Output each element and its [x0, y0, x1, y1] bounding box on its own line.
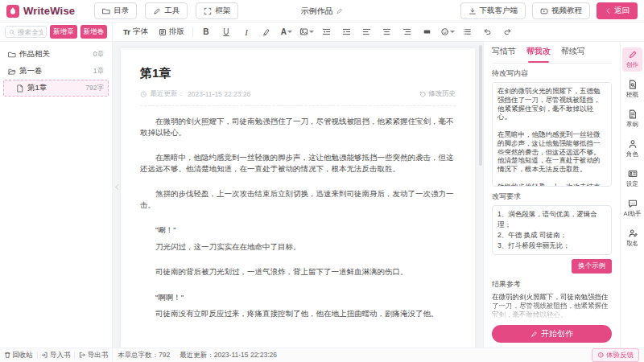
edit-icon[interactable] [336, 7, 344, 14]
pen-icon [628, 50, 638, 60]
redo-button[interactable] [501, 26, 515, 39]
emoji-button[interactable] [440, 26, 455, 39]
block-icon [423, 27, 431, 36]
feedback-button[interactable]: 体验反馈 [592, 348, 640, 362]
import-book-button[interactable]: 导入书 [41, 351, 70, 360]
back-button[interactable]: 返回 [597, 2, 638, 19]
statusbar-info: 本章总字数：792 最近更新：2023-11-15 22:23:26 [113, 351, 277, 360]
rail-item-characters[interactable]: 角色 [622, 137, 642, 161]
person-pen-icon [628, 228, 638, 238]
insert-block-button[interactable] [420, 26, 435, 39]
topbar: WriteWise 目录 工具 框架 示例作品 下载客户端 视频教程 返回 [0, 0, 644, 23]
paragraph[interactable]: 煞拼的步伐轻盈，上一次攻击结束后立刻切换，迅速来到司徒南身后，发动了一次强力一击… [140, 188, 456, 210]
align-center-button[interactable] [380, 26, 394, 39]
align-left-icon [362, 27, 371, 36]
insert-image-button[interactable] [299, 26, 314, 39]
chevron-down-icon [450, 31, 455, 34]
document-search-icon [628, 80, 638, 89]
chevron-down-icon [287, 31, 292, 34]
rewrite-content-textarea[interactable]: 在剑的微弱火光的照耀下，五德勉强挡住了一刀，尽管视线被阻挡，他紧紧握住宝剑，毫不… [492, 82, 612, 187]
font-color-button[interactable]: A [279, 26, 294, 39]
rail-item-create[interactable]: 创作 [622, 47, 642, 72]
tab-write-plot[interactable]: 写情节 [492, 46, 516, 59]
typeset-button[interactable]: 排版 [156, 25, 187, 39]
rail-item-chapter-outline[interactable]: 章纲 [622, 107, 642, 131]
align-right-icon [402, 27, 411, 36]
align-center-icon [382, 27, 391, 36]
history-icon [419, 91, 427, 98]
assistant-tabs: 写情节 帮我改 帮续写 [492, 46, 612, 64]
statusbar: 回收站 导入书 导出书 本章总字数：792 最近更新：2023-11-15 22… [0, 348, 644, 362]
chevron-left-icon [605, 7, 612, 14]
download-client-button[interactable]: 下载客户端 [460, 2, 526, 19]
underline-button[interactable]: U [219, 26, 233, 39]
align-right-button[interactable] [400, 26, 415, 39]
recycle-bin-button[interactable]: 回收站 [4, 351, 33, 360]
export-book-button[interactable]: 导出书 [79, 351, 108, 360]
tab-help-continue[interactable]: 帮续写 [561, 46, 585, 59]
font-button[interactable]: Tr 字体 [121, 25, 151, 39]
start-creation-button[interactable]: 开始创作 [492, 325, 612, 343]
outdent-button[interactable] [320, 26, 334, 39]
clock-icon [140, 91, 147, 98]
paragraph[interactable]: 刀光闪过，这一刀实实在在地命中了目标。 [140, 241, 456, 253]
rail-item-naming[interactable]: 取名 [622, 226, 642, 250]
bold-button[interactable]: B [199, 26, 213, 39]
result-paragraph: 在微弱的剑火照耀下，司徒南勉强挡住了一刀，尽管视线被阻挡，他紧紧握住宝剑，毫不敢… [492, 293, 612, 319]
tree-item-volume-1[interactable]: 第一卷 1章 [3, 63, 109, 80]
requirement-item: 3、打斗桥段华丽无比； [497, 241, 606, 251]
requirement-item: 2、午德 换成 司徒南； [497, 230, 606, 241]
new-chapter-button[interactable]: 新增章 [50, 25, 77, 39]
frame-button[interactable]: 框架 [196, 2, 238, 19]
line-spacing-icon [463, 27, 472, 36]
doc-title: 示例作品 [301, 6, 344, 17]
download-icon [469, 7, 477, 15]
rail-item-synopsis[interactable]: 梗概 [622, 77, 642, 101]
tools-button[interactable]: 工具 [145, 2, 188, 19]
folder-icon [102, 7, 110, 15]
tab-help-rewrite[interactable]: 帮我改 [526, 46, 551, 59]
statusbar-actions: 回收站 导入书 导出书 [0, 348, 113, 362]
result-reference-label: 结果参考 [492, 279, 612, 290]
highlight-button[interactable] [259, 26, 274, 39]
rewrite-content-label: 待改写内容 [492, 68, 612, 79]
chapter-sidebar: 作品相关 0章 第一卷 1章 第1章 792字 [0, 42, 113, 348]
rewrite-requirements-label: 改写要求 [492, 191, 612, 202]
format-toolbar: Tr 字体 排版 B U I A [113, 23, 644, 41]
rail-item-settings[interactable]: 设定 [622, 167, 642, 191]
editor-area: 第1章 最近更新： 2023-11-15 22:23:26 修改历史 在微弱的剑… [113, 42, 483, 348]
sidebar-actions: 新增章 新增卷 [0, 23, 113, 41]
indent-icon [342, 27, 351, 36]
rail-item-ai-helper[interactable]: AI助手 [622, 196, 642, 220]
indent-button[interactable] [340, 26, 354, 39]
search-icon [9, 29, 15, 35]
new-volume-button[interactable]: 新增卷 [80, 25, 108, 39]
search-input[interactable] [18, 28, 43, 36]
paragraph[interactable]: "啊啊！" [140, 292, 456, 303]
italic-button[interactable]: I [239, 26, 254, 39]
paragraph[interactable]: 司徒南的背后被刀光划过，一道气浪炸，背上留下了一道鲜血淋漓的伤口。 [140, 266, 456, 278]
align-left-button[interactable] [360, 26, 374, 39]
image-icon [299, 27, 308, 36]
paragraph[interactable]: 在黑暗中，他隐约感觉到一丝轻微的脚步声，这让他勉强能够抵挡一些突然的袭击，但这还… [140, 152, 456, 174]
editor-page[interactable]: 第1章 最近更新： 2023-11-15 22:23:26 修改历史 在微弱的剑… [121, 48, 475, 348]
tree-item-chapter-1[interactable]: 第1章 792字 [3, 80, 109, 97]
change-example-button[interactable]: 换个示例 [572, 259, 612, 274]
info-circle-icon [597, 352, 605, 359]
editor-scrollbar[interactable] [479, 45, 482, 166]
revision-history-button[interactable]: 修改历史 [419, 89, 456, 99]
line-spacing-button[interactable] [460, 26, 475, 39]
paragraph[interactable]: 司徒南没有立即反应过来，疼痛直接控制了他，他在地上扭曲蠕动，剧痛淹没了他。 [140, 308, 456, 319]
toc-button[interactable]: 目录 [94, 2, 137, 19]
chevron-left-icon [114, 183, 121, 191]
paragraph[interactable]: "唰！" [140, 224, 456, 236]
chapter-title[interactable]: 第1章 [140, 66, 456, 81]
undo-button[interactable] [481, 26, 495, 39]
import-icon [41, 352, 48, 359]
video-tutorial-button[interactable]: 视频教程 [532, 2, 590, 19]
rewrite-requirements-box[interactable]: 1、润色段落，语句优美，逻辑合理； 2、午德 换成 司徒南； 3、打斗桥段华丽无… [492, 205, 612, 255]
word-count: 本章总字数：792 [118, 351, 170, 360]
sidebar-collapse-handle[interactable] [113, 176, 121, 197]
paragraph[interactable]: 在微弱的剑火照耀下，司徒南勉强挡住了一刀，尽管视线被阻挡，他紧紧握住宝剑，毫不敢… [140, 116, 456, 138]
tree-item-work-related[interactable]: 作品相关 0章 [3, 46, 109, 63]
